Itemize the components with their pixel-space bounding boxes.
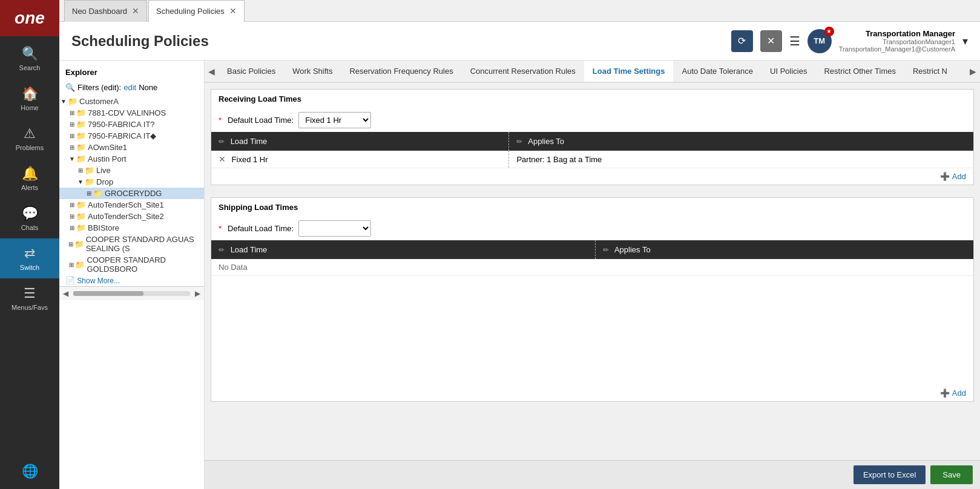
user-avatar-wrapper: TM ★ [807,29,832,53]
receiving-add-link[interactable]: ➕ Add [211,168,973,185]
sidebar-item-menus[interactable]: ☰ Menus/Favs [0,278,59,318]
tree-item-bbistore[interactable]: ⊞ 📁 BBIStore [59,222,204,234]
sidebar-item-switch[interactable]: ⇄ Switch [0,238,59,278]
sidebar-item-alerts[interactable]: 🔔 Alerts [0,159,59,199]
export-to-excel-button[interactable]: Export to Excel [853,465,926,484]
globe-icon: 🌐 [22,464,38,479]
tab-load-time-settings[interactable]: Load Time Settings [584,61,674,83]
tree-item-aownsite1[interactable]: ⊞ 📁 AOwnSite1 [59,142,204,153]
shipping-add-link[interactable]: ➕ Add [211,385,973,401]
edit-icon[interactable]: ✏ [219,137,225,146]
tree-item-7881[interactable]: ⊞ 📁 7881-CDV VALINHOS [59,107,204,119]
folder-icon: 📁 [76,108,86,117]
receiving-default-load-time-select[interactable]: Fixed 1 Hr Fixed 2 Hr Fixed 30 Min [298,112,371,128]
browser-tab-bar: Neo Dashboard ✕ Scheduling Policies ✕ [59,0,980,22]
page-icon: 📄 [65,276,75,285]
receiving-default-load-time-row: * Default Load Time: Fixed 1 Hr Fixed 2 … [211,108,973,132]
switch-icon: ⇄ [24,246,35,261]
tree-item-cooper-goldsboro[interactable]: ⊞ 📁 COOPER STANDARD GOLDSBORO [59,254,204,275]
shipping-col-applies-to: ✏ Applies To [596,240,973,259]
scroll-left-arrow[interactable]: ◀ [59,288,72,299]
page-title: Scheduling Policies [71,33,209,50]
folder-icon: 📁 [76,120,86,129]
sidebar-item-chats[interactable]: 💬 Chats [0,199,59,238]
tree-item-7950a[interactable]: ⊞ 📁 7950-FABRICA IT? [59,119,204,130]
shipping-default-load-time-row: * Default Load Time: Fixed 1 Hr Fixed 2 … [211,217,973,240]
show-more-link[interactable]: 📄 Show More... [59,275,204,286]
receiving-section-header: Receiving Load Times [211,90,973,108]
filter-icon: 🔍 [65,83,75,92]
edit-icon[interactable]: ✏ [603,246,609,254]
tab-concurrent-reservation[interactable]: Concurrent Reservation Rules [462,61,584,83]
required-star: * [219,224,222,233]
header-actions: ⟳ ✕ ☰ TM ★ Transportation Manager Transp… [731,29,968,53]
folder-icon: 📁 [85,166,94,175]
sidebar-item-home[interactable]: 🏠 Home [0,79,59,119]
edit-icon[interactable]: ✏ [219,246,225,254]
nav-tabs: ◀ Basic Policies Work Shifts Reservation… [205,61,980,83]
receiving-load-times-section: Receiving Load Times * Default Load Time… [211,89,974,185]
panel-content: Receiving Load Times * Default Load Time… [205,83,980,460]
required-star: * [219,116,222,125]
folder-icon: 📁 [76,143,86,152]
shipping-table: ✏ Load Time ✏ Applies To [211,240,973,276]
tree-item-7950b[interactable]: ⊞ 📁 7950-FABRICA IT◆ [59,130,204,142]
shipping-col-load-time: ✏ Load Time [211,240,596,259]
tab-restrict-n[interactable]: Restrict N [904,61,956,83]
tab-close-neo[interactable]: ✕ [132,6,139,16]
tab-work-shifts[interactable]: Work Shifts [284,61,341,83]
user-info: Transportation Manager TransportationMan… [839,29,955,53]
tree-item-cooper-aguas[interactable]: ⊞ 📁 COOPER STANDARD AGUAS SEALING (S [59,234,204,254]
tab-neo-dashboard[interactable]: Neo Dashboard ✕ [64,0,147,22]
receiving-row-applies-to: Partner: 1 Bag at a Time [509,151,973,168]
tab-reservation-frequency[interactable]: Reservation Frequency Rules [341,61,461,83]
sidebar-item-settings[interactable]: 🌐 [0,456,59,489]
refresh-button[interactable]: ⟳ [731,30,753,52]
app-logo: one [0,0,59,36]
sidebar-item-search[interactable]: 🔍 Search [0,39,59,79]
folder-icon: 📁 [76,223,86,232]
folder-icon: 📁 [93,189,103,198]
tab-ui-policies[interactable]: UI Policies [761,61,815,83]
tree-item-autotender2[interactable]: ⊞ 📁 AutoTenderSch_Site2 [59,211,204,222]
folder-icon: 📁 [85,177,94,186]
shipping-section-header: Shipping Load Times [211,198,973,217]
tab-close-scheduling[interactable]: ✕ [229,6,237,16]
tree-item-austin-port[interactable]: ▼ 📁 Austin Port [59,153,204,165]
page-header: Scheduling Policies ⟳ ✕ ☰ TM ★ Transport… [59,22,980,61]
scroll-right-arrow[interactable]: ▶ [191,288,204,299]
plus-icon: ➕ [940,389,950,398]
tree-item-drop[interactable]: ▼ 📁 Drop [59,176,204,188]
menu-icon: ☰ [24,286,36,301]
tab-basic-policies[interactable]: Basic Policies [219,61,284,83]
hamburger-button[interactable]: ☰ [789,34,800,48]
sidebar-item-problems[interactable]: ⚠ Problems [0,119,59,159]
folder-icon: 📁 [76,154,86,163]
tree-item-customerA[interactable]: ▼ 📁 CustomerA [59,96,204,107]
close-button[interactable]: ✕ [760,30,782,52]
warning-icon: ⚠ [24,126,36,142]
main-panel: ◀ Basic Policies Work Shifts Reservation… [205,61,980,489]
tab-scroll-left[interactable]: ◀ [205,62,219,81]
tab-auto-date-tolerance[interactable]: Auto Date Tolerance [673,61,761,83]
tab-restrict-other-times[interactable]: Restrict Other Times [815,61,904,83]
filter-edit-link[interactable]: edit [123,83,136,92]
save-button[interactable]: Save [930,465,973,484]
shipping-default-load-time-select[interactable]: Fixed 1 Hr Fixed 2 Hr Fixed 30 Min [298,220,371,237]
bottom-action-bar: Export to Excel Save [205,460,980,489]
tree-item-groceryddg[interactable]: ⊞ 📁 GROCERYDDG [59,188,204,199]
folder-icon: 📁 [76,200,86,209]
receiving-col-applies-to: ✏ Applies To [509,132,973,151]
tab-scheduling-policies[interactable]: Scheduling Policies ✕ [148,0,245,22]
tab-scroll-right[interactable]: ▶ [966,62,980,81]
table-row: ✕ Fixed 1 Hr Partner: 1 Bag at a Time [211,151,973,168]
edit-icon[interactable]: ✏ [516,137,522,146]
tree-item-autotender1[interactable]: ⊞ 📁 AutoTenderSch_Site1 [59,199,204,211]
user-dropdown-arrow[interactable]: ▾ [962,34,968,48]
tree-item-live[interactable]: ⊞ 📁 Live [59,165,204,176]
explorer-filter: 🔍 Filters (edit): edit None [59,82,204,96]
shipping-load-times-section: Shipping Load Times * Default Load Time:… [211,197,974,402]
delete-button[interactable]: ✕ [219,154,226,164]
search-icon: 🔍 [22,46,38,62]
folder-icon: 📁 [68,97,77,106]
